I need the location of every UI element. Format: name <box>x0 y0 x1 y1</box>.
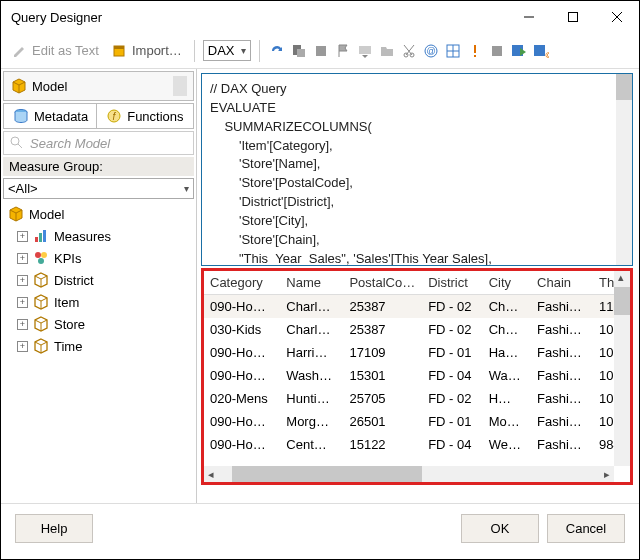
svg-rect-7 <box>297 49 305 57</box>
dropdown-icon[interactable] <box>356 42 374 60</box>
measure-group-select[interactable]: <All> ▾ <box>3 178 194 199</box>
tree-node-kpis[interactable]: + KPIs <box>3 247 194 269</box>
close-button[interactable] <box>595 2 639 32</box>
results-grid[interactable]: Category Name PostalCode District City C… <box>204 271 630 482</box>
grid-vscroll[interactable]: ▴ <box>614 271 630 466</box>
tab-functions[interactable]: f Functions <box>97 104 191 128</box>
edit-as-text-button[interactable]: Edit as Text <box>7 40 103 62</box>
query-line: // DAX Query <box>210 81 287 96</box>
table-cell: FD - 04 <box>422 364 483 387</box>
table-cell: Charl… <box>280 318 343 341</box>
expand-icon[interactable]: + <box>17 275 28 286</box>
svg-line-27 <box>18 144 22 148</box>
ok-button[interactable]: OK <box>461 514 539 543</box>
search-input[interactable]: Search Model <box>3 131 194 155</box>
svg-point-33 <box>38 258 44 264</box>
svg-point-31 <box>35 252 41 258</box>
cube-icon <box>10 77 28 95</box>
refresh-icon[interactable] <box>268 42 286 60</box>
cut-icon[interactable] <box>400 42 418 60</box>
tree-node-measures[interactable]: + Measures <box>3 225 194 247</box>
model-header[interactable]: Model <box>3 71 194 101</box>
table-row[interactable]: 030-KidsCharl…25387FD - 02Ch…Fashi…107 <box>204 318 630 341</box>
grid-hscroll[interactable]: ◂ ▸ <box>204 466 614 482</box>
tree-label: Item <box>54 295 79 310</box>
tree-node-store[interactable]: + Store <box>3 313 194 335</box>
execute-icon[interactable] <box>290 42 308 60</box>
scroll-right-icon[interactable]: ▸ <box>600 468 614 481</box>
scroll-left-icon[interactable]: ◂ <box>204 468 218 481</box>
table-cell: FD - 02 <box>422 318 483 341</box>
table-cell: Fashi… <box>531 433 593 456</box>
language-value: DAX <box>208 43 235 58</box>
tree-node-item[interactable]: + Item <box>3 291 194 313</box>
query-line: 'Store'[Name], <box>210 156 320 171</box>
results-header-row: Category Name PostalCode District City C… <box>204 271 630 295</box>
expand-icon[interactable]: + <box>17 319 28 330</box>
table-cell: Fashi… <box>531 410 593 433</box>
import-button[interactable]: Import… <box>107 40 186 62</box>
tree-node-time[interactable]: + Time <box>3 335 194 357</box>
col-header[interactable]: Chain <box>531 271 593 295</box>
table-cell: FD - 01 <box>422 341 483 364</box>
table-cell: Morg… <box>280 410 343 433</box>
col-header[interactable]: Name <box>280 271 343 295</box>
col-header[interactable]: City <box>483 271 531 295</box>
svg-rect-30 <box>43 230 46 242</box>
chevron-down-icon: ▾ <box>241 45 246 56</box>
tree-label: Time <box>54 339 82 354</box>
cancel-button[interactable]: Cancel <box>547 514 625 543</box>
table-row[interactable]: 090-Ho…Morg…26501FD - 01Mo…Fashi…100 <box>204 410 630 433</box>
tab-metadata-label: Metadata <box>34 109 88 124</box>
table-cell: H… <box>483 387 531 410</box>
expand-icon[interactable]: + <box>17 231 28 242</box>
toolbar: Edit as Text Import… DAX ▾ @ @ <box>1 33 639 69</box>
gripper[interactable] <box>173 76 187 96</box>
query-editor[interactable]: // DAX Query EVALUATE SUMMARIZECOLUMNS( … <box>201 73 633 266</box>
query-line: 'Store'[Chain], <box>210 232 320 247</box>
table-row[interactable]: 090-Ho…Cent…15122FD - 04We…Fashi…984 <box>204 433 630 456</box>
stop-icon[interactable] <box>312 42 330 60</box>
language-select[interactable]: DAX ▾ <box>203 40 251 61</box>
table-cell: Fashi… <box>531 387 593 410</box>
minimize-button[interactable] <box>507 2 551 32</box>
mail-at-icon[interactable]: @ <box>422 42 440 60</box>
table-row[interactable]: 090-Ho…Charl…25387FD - 02Ch…Fashi…112 <box>204 295 630 319</box>
table-row[interactable]: 020-MensHunti…25705FD - 02H…Fashi…100 <box>204 387 630 410</box>
expand-icon[interactable]: + <box>17 253 28 264</box>
scroll-up-icon[interactable]: ▴ <box>614 271 628 284</box>
stop2-icon[interactable] <box>488 42 506 60</box>
col-header[interactable]: PostalCode <box>343 271 422 295</box>
exclaim-icon[interactable] <box>466 42 484 60</box>
svg-rect-28 <box>35 237 38 242</box>
flag-icon[interactable] <box>334 42 352 60</box>
table-cell: 17109 <box>343 341 422 364</box>
import-label: Import… <box>132 43 182 58</box>
tree-node-model[interactable]: Model <box>3 203 194 225</box>
table-row[interactable]: 090-Ho…Harri…17109FD - 01Ha…Fashi…103 <box>204 341 630 364</box>
svg-rect-17 <box>474 45 476 53</box>
tree-node-district[interactable]: + District <box>3 269 194 291</box>
functions-icon: f <box>105 107 123 125</box>
query-line: SUMMARIZECOLUMNS( <box>210 119 372 134</box>
table-cell: FD - 02 <box>422 295 483 319</box>
table-cell: Fashi… <box>531 318 593 341</box>
tab-metadata[interactable]: Metadata <box>4 104 97 128</box>
col-header[interactable]: Category <box>204 271 280 295</box>
col-header[interactable]: District <box>422 271 483 295</box>
table-cell: 090-Ho… <box>204 341 280 364</box>
folder-icon[interactable] <box>378 42 396 60</box>
help-button[interactable]: Help <box>15 514 93 543</box>
expand-icon[interactable]: + <box>17 341 28 352</box>
editor-scrollbar[interactable] <box>616 74 632 265</box>
svg-rect-1 <box>569 13 578 22</box>
table-row[interactable]: 090-Ho…Wash…15301FD - 04Wa…Fashi…102 <box>204 364 630 387</box>
grid-icon[interactable] <box>444 42 462 60</box>
expand-icon[interactable]: + <box>17 297 28 308</box>
table-cell: Ha… <box>483 341 531 364</box>
table-mail-icon[interactable]: @ <box>532 42 550 60</box>
table-cell: 030-Kids <box>204 318 280 341</box>
table-run-icon[interactable] <box>510 42 528 60</box>
maximize-button[interactable] <box>551 2 595 32</box>
model-header-label: Model <box>32 79 67 94</box>
